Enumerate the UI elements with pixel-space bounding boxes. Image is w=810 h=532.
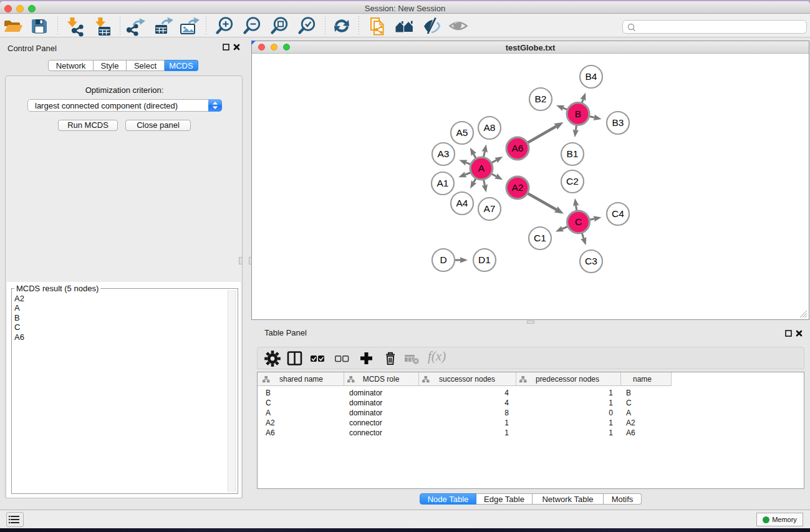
svg-text:C3: C3	[585, 256, 597, 266]
svg-text:B1: B1	[567, 148, 579, 159]
svg-text:A6: A6	[512, 143, 524, 153]
svg-text:B2: B2	[535, 94, 547, 104]
svg-text:A5: A5	[456, 127, 468, 138]
svg-text:B3: B3	[612, 117, 624, 128]
svg-text:C1: C1	[534, 233, 546, 243]
svg-text:B: B	[575, 109, 581, 119]
svg-text:B4: B4	[586, 71, 597, 82]
svg-text:C4: C4	[612, 208, 624, 219]
svg-text:A4: A4	[456, 198, 468, 208]
svg-text:A1: A1	[437, 178, 449, 188]
svg-text:A2: A2	[512, 182, 524, 193]
svg-text:C2: C2	[566, 176, 579, 186]
svg-text:D1: D1	[478, 254, 491, 265]
svg-text:A: A	[478, 163, 485, 173]
svg-text:A7: A7	[484, 203, 496, 214]
svg-text:A8: A8	[484, 122, 496, 133]
svg-text:D: D	[440, 254, 446, 265]
svg-text:A3: A3	[438, 148, 450, 159]
svg-text:C: C	[575, 216, 582, 227]
